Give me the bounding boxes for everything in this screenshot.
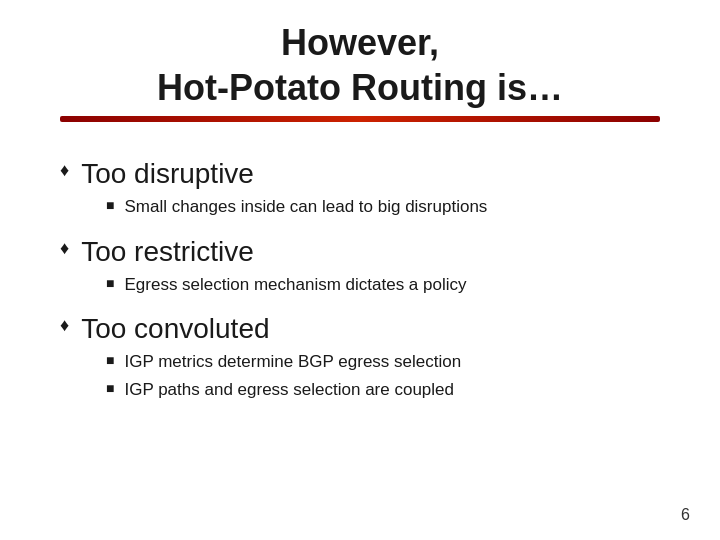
bullet-star-1: ♦	[60, 160, 69, 181]
sub-text-restrictive-1: Egress selection mechanism dictates a po…	[124, 272, 466, 298]
sub-marker-3b: ■	[106, 380, 114, 396]
title-underline	[60, 116, 660, 122]
sub-bullet-disruptive-1: ■ Small changes inside can lead to big d…	[106, 194, 660, 220]
sub-bullet-restrictive-1: ■ Egress selection mechanism dictates a …	[106, 272, 660, 298]
bullet-main-restrictive: ♦ Too restrictive	[60, 236, 660, 268]
bullet-label-restrictive: Too restrictive	[81, 236, 254, 268]
sub-text-convoluted-2: IGP paths and egress selection are coupl…	[124, 377, 454, 403]
bullet-convoluted: ♦ Too convoluted ■ IGP metrics determine…	[60, 313, 660, 410]
bullet-label-disruptive: Too disruptive	[81, 158, 254, 190]
title-line1: However,	[281, 22, 439, 63]
content-area: ♦ Too disruptive ■ Small changes inside …	[60, 140, 660, 510]
sub-bullets-disruptive: ■ Small changes inside can lead to big d…	[106, 194, 660, 220]
title-line2: Hot-Potato Routing is…	[157, 67, 563, 108]
slide-title: However, Hot-Potato Routing is…	[60, 20, 660, 110]
slide: However, Hot-Potato Routing is… ♦ Too di…	[0, 0, 720, 540]
sub-marker-3a: ■	[106, 352, 114, 368]
bullet-restrictive: ♦ Too restrictive ■ Egress selection mec…	[60, 236, 660, 306]
page-number: 6	[681, 506, 690, 524]
sub-bullet-convoluted-2: ■ IGP paths and egress selection are cou…	[106, 377, 660, 403]
sub-bullets-restrictive: ■ Egress selection mechanism dictates a …	[106, 272, 660, 298]
sub-text-convoluted-1: IGP metrics determine BGP egress selecti…	[124, 349, 461, 375]
sub-marker-2: ■	[106, 275, 114, 291]
bullet-disruptive: ♦ Too disruptive ■ Small changes inside …	[60, 158, 660, 228]
bullet-main-disruptive: ♦ Too disruptive	[60, 158, 660, 190]
sub-bullet-convoluted-1: ■ IGP metrics determine BGP egress selec…	[106, 349, 660, 375]
title-area: However, Hot-Potato Routing is…	[60, 0, 660, 140]
bullet-label-convoluted: Too convoluted	[81, 313, 269, 345]
sub-marker-1: ■	[106, 197, 114, 213]
sub-text-disruptive-1: Small changes inside can lead to big dis…	[124, 194, 487, 220]
bullet-star-2: ♦	[60, 238, 69, 259]
bullet-star-3: ♦	[60, 315, 69, 336]
sub-bullets-convoluted: ■ IGP metrics determine BGP egress selec…	[106, 349, 660, 402]
bullet-main-convoluted: ♦ Too convoluted	[60, 313, 660, 345]
